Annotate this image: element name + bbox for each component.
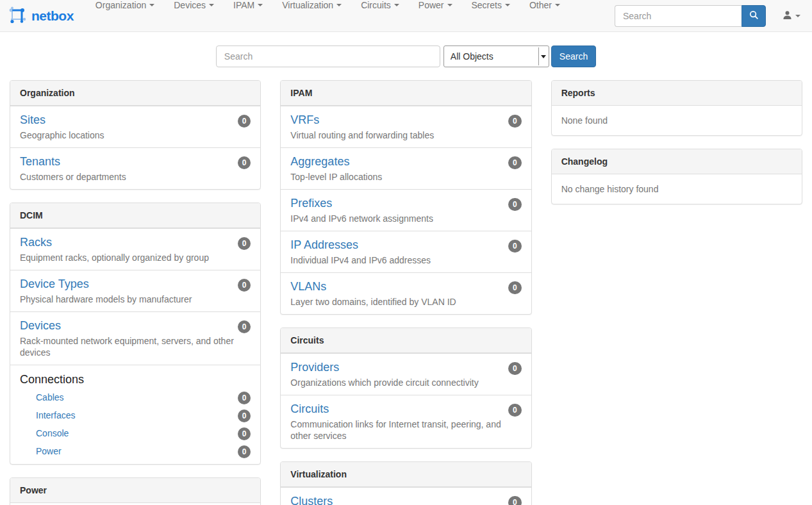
nav-circuits[interactable]: Circuits (351, 0, 409, 10)
count-badge: 0 (508, 362, 522, 375)
item-description: Physical hardware models by manufacturer (20, 294, 251, 305)
connection-row: 0 Cables (20, 388, 251, 406)
list-item: 0 Clusters (281, 487, 531, 505)
link-vlans[interactable]: VLANs (290, 279, 326, 294)
navbar-search-button[interactable] (742, 5, 766, 27)
panel-title: Changelog (552, 149, 802, 174)
count-badge: 0 (508, 281, 522, 294)
global-search-bar: All Objects Search (0, 46, 812, 67)
link-aggregates[interactable]: Aggregates (290, 154, 349, 169)
list-item: 0 Racks Equipment racks, optionally orga… (10, 228, 260, 270)
nav-secrets[interactable]: Secrets (462, 0, 520, 10)
chevron-down-icon (336, 4, 342, 6)
panel-title: Organization (10, 81, 260, 106)
panel-power: Power (10, 477, 261, 505)
nav-other[interactable]: Other (520, 0, 570, 10)
list-item: 0 Sites Geographic locations (10, 106, 260, 147)
item-description: Rack-mounted network equipment, servers,… (20, 335, 251, 358)
item-description: IPv4 and IPv6 network assignments (290, 213, 521, 224)
link-sites[interactable]: Sites (20, 113, 46, 127)
link-prefixes[interactable]: Prefixes (290, 196, 332, 210)
nav-devices[interactable]: Devices (164, 0, 224, 10)
list-item: 0 VLANs Layer two domains, identified by… (281, 272, 531, 314)
link-interfaces[interactable]: Interfaces (36, 410, 75, 420)
search-scope-select[interactable]: All Objects (443, 46, 549, 67)
search-icon (749, 10, 759, 22)
connection-row: 0 Interfaces (20, 406, 251, 424)
panel-title: Circuits (281, 328, 531, 353)
panel-changelog: Changelog No change history found (551, 149, 802, 204)
netbox-brand[interactable]: netbox (0, 0, 83, 31)
link-console[interactable]: Console (36, 428, 69, 438)
item-description: Communication links for Internet transit… (290, 418, 521, 442)
list-item: 0 Prefixes IPv4 and IPv6 network assignm… (281, 189, 531, 231)
count-badge: 0 (238, 156, 251, 169)
panel-title: Power (10, 478, 260, 503)
item-description: Customers or departments (20, 171, 251, 183)
panel-circuits: Circuits 0 Providers Organizations which… (280, 327, 531, 449)
link-power-connections[interactable]: Power (36, 446, 62, 456)
list-item: 0 Aggregates Top-level IP allocations (281, 147, 531, 189)
list-item: 0 Tenants Customers or departments (10, 147, 260, 189)
link-device-types[interactable]: Device Types (20, 277, 89, 291)
link-ip-addresses[interactable]: IP Addresses (290, 238, 358, 252)
nav-virtualization[interactable]: Virtualization (272, 0, 351, 10)
count-badge: 0 (508, 404, 522, 417)
item-description: Layer two domains, identified by VLAN ID (290, 296, 521, 308)
chevron-down-icon (447, 4, 452, 6)
count-badge: 0 (508, 496, 522, 505)
chevron-down-icon (209, 4, 214, 6)
user-icon (783, 10, 792, 22)
reports-empty-message: None found (552, 106, 802, 135)
chevron-down-icon (149, 4, 154, 6)
count-badge: 0 (238, 279, 251, 292)
connections-section: Connections 0 Cables 0 Interfaces 0 Cons… (10, 365, 260, 464)
item-description: Equipment racks, optionally organized by… (20, 252, 251, 263)
item-description: Geographic locations (20, 129, 251, 141)
item-description: Top-level IP allocations (290, 171, 521, 183)
list-item: 0 Devices Rack-mounted network equipment… (10, 311, 260, 365)
navbar-search-input[interactable] (615, 5, 742, 27)
panel-title: IPAM (281, 81, 531, 106)
panel-title: Virtualization (281, 462, 531, 487)
chevron-down-icon (258, 4, 263, 6)
search-button[interactable]: Search (551, 46, 596, 67)
count-badge: 0 (238, 115, 251, 128)
count-badge: 0 (238, 427, 251, 440)
connections-heading: Connections (20, 372, 251, 387)
count-badge: 0 (238, 320, 251, 333)
dashboard-grid: Organization 0 Sites Geographic location… (0, 80, 812, 505)
nav-power[interactable]: Power (409, 0, 462, 10)
count-badge: 0 (508, 156, 522, 169)
nav-organization[interactable]: Organization (86, 0, 164, 10)
link-racks[interactable]: Racks (20, 235, 52, 249)
search-input[interactable] (216, 46, 440, 67)
list-item: 0 IP Addresses Individual IPv4 and IPv6 … (281, 231, 531, 272)
user-menu[interactable] (775, 0, 812, 31)
link-tenants[interactable]: Tenants (20, 154, 60, 169)
search-scope-select-wrap: All Objects (443, 46, 549, 67)
changelog-empty-message: No change history found (552, 174, 802, 204)
link-vrfs[interactable]: VRFs (290, 113, 319, 127)
panel-dcim: DCIM 0 Racks Equipment racks, optionally… (10, 203, 261, 465)
chevron-down-icon (795, 15, 800, 17)
nav-ipam[interactable]: IPAM (224, 0, 272, 10)
main-nav: Organization Devices IPAM Virtualization… (86, 0, 570, 31)
link-circuits[interactable]: Circuits (290, 402, 329, 416)
list-item: 0 Circuits Communication links for Inter… (281, 395, 531, 448)
count-badge: 0 (508, 240, 522, 252)
panel-title: DCIM (10, 203, 260, 228)
link-devices[interactable]: Devices (20, 319, 61, 333)
connection-row: 0 Power (20, 442, 251, 460)
list-item: 0 VRFs Virtual routing and forwarding ta… (281, 106, 531, 147)
count-badge: 0 (238, 237, 251, 250)
chevron-down-icon (505, 4, 510, 6)
count-badge: 0 (508, 115, 522, 128)
column-left: Organization 0 Sites Geographic location… (0, 80, 270, 505)
panel-title: Reports (552, 81, 802, 106)
panel-organization: Organization 0 Sites Geographic location… (10, 80, 261, 190)
top-navbar: netbox Organization Devices IPAM Virtual… (0, 0, 812, 32)
link-cables[interactable]: Cables (36, 392, 64, 402)
link-clusters[interactable]: Clusters (290, 494, 333, 505)
link-providers[interactable]: Providers (290, 360, 339, 374)
